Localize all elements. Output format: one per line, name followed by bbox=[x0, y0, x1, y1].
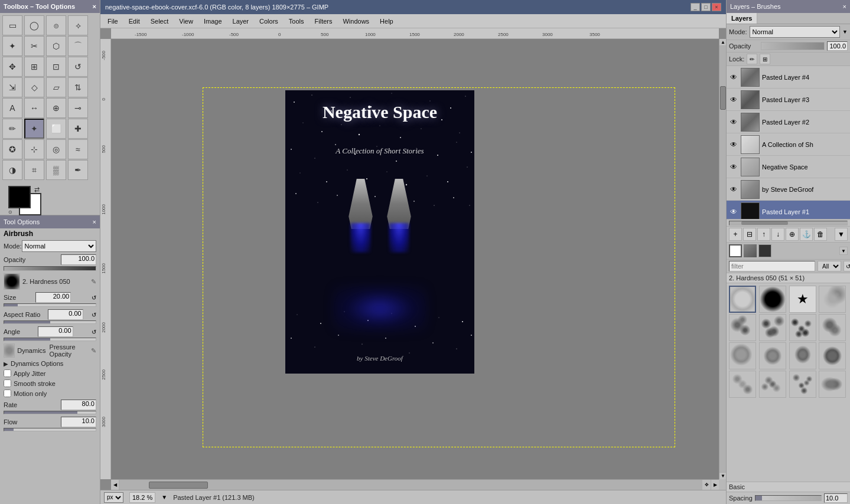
select-by-color-tool[interactable]: ✦ bbox=[2, 36, 22, 56]
layer-item[interactable]: 👁 Pasted Layer #3 bbox=[727, 89, 850, 111]
scrollbar-bottom-left[interactable]: ◀ bbox=[111, 480, 119, 490]
layers-brushes-close[interactable]: × bbox=[843, 3, 846, 10]
canvas-expand-icon[interactable]: ✥ bbox=[702, 480, 711, 490]
rate-slider[interactable] bbox=[4, 411, 96, 414]
close-button[interactable]: × bbox=[712, 3, 721, 11]
layers-mode-select[interactable]: Normal bbox=[750, 26, 841, 38]
layer-visibility-icon[interactable]: 👁 bbox=[729, 140, 738, 149]
airbrush-tool[interactable]: ✦ bbox=[24, 119, 44, 139]
scrollbar-right-thumb[interactable] bbox=[720, 86, 726, 110]
layer-visibility-icon[interactable]: 👁 bbox=[729, 185, 738, 194]
raise-layer-button[interactable]: ↑ bbox=[757, 228, 770, 241]
paths-tool[interactable]: ⌒ bbox=[68, 36, 88, 56]
flip-tool[interactable]: ⇅ bbox=[68, 77, 88, 97]
lock-pixels-icon[interactable]: ✏ bbox=[747, 54, 757, 64]
layer-visibility-icon[interactable]: 👁 bbox=[729, 162, 738, 172]
dynamics-options-row[interactable]: ▶ Dynamics Options bbox=[0, 359, 100, 368]
brush-cell[interactable] bbox=[789, 314, 816, 341]
layer-visibility-icon[interactable]: 👁 bbox=[729, 95, 738, 104]
brush-cell[interactable] bbox=[819, 286, 846, 313]
layers-scroll-bar[interactable] bbox=[727, 220, 850, 227]
brush-cell[interactable] bbox=[729, 371, 756, 398]
rect-select-tool[interactable]: ▭ bbox=[2, 15, 22, 35]
bucket-fill-tool[interactable]: ⌗ bbox=[24, 160, 44, 180]
opacity-value[interactable]: 100.0 bbox=[61, 254, 96, 265]
new-layer-button[interactable]: + bbox=[729, 228, 742, 241]
menu-filters[interactable]: Filters bbox=[310, 15, 337, 28]
layer-item[interactable]: 👁 Negative Space bbox=[727, 156, 850, 178]
brush-cell[interactable] bbox=[789, 342, 816, 369]
brush-cell[interactable] bbox=[759, 342, 786, 369]
menu-view[interactable]: View bbox=[174, 15, 198, 28]
smooth-stroke-checkbox[interactable] bbox=[4, 379, 11, 387]
layer-item-selected[interactable]: 👁 Pasted Layer #1 bbox=[727, 201, 850, 220]
brush-category-select[interactable]: All bbox=[818, 261, 841, 271]
brush-cell[interactable] bbox=[819, 342, 846, 369]
expand-status-icon[interactable]: ▼ bbox=[161, 494, 167, 500]
toolbox-close-btn[interactable]: × bbox=[93, 3, 96, 10]
spacing-value[interactable]: 10.0 bbox=[824, 493, 848, 503]
aspect-ratio-slider[interactable] bbox=[4, 320, 96, 324]
brush-cell[interactable] bbox=[759, 286, 786, 313]
rotate-tool[interactable]: ↺ bbox=[68, 57, 88, 77]
color-picker-tool[interactable]: ⊸ bbox=[68, 98, 88, 118]
minimize-button[interactable]: _ bbox=[691, 3, 700, 11]
ink-tool[interactable]: ✒ bbox=[68, 160, 88, 180]
ellipse-select-tool[interactable]: ◯ bbox=[24, 15, 44, 35]
brush-cell[interactable] bbox=[729, 314, 756, 341]
blend-tool[interactable]: ▒ bbox=[46, 160, 66, 180]
size-value[interactable]: 20.00 bbox=[35, 292, 71, 303]
opacity-value[interactable]: 100.0 bbox=[827, 41, 848, 51]
tab-layers[interactable]: Layers bbox=[727, 13, 757, 24]
canvas-viewport[interactable]: Negative Space A Collection of Short Sto… bbox=[111, 39, 719, 479]
rate-value[interactable]: 80.0 bbox=[61, 400, 96, 410]
menu-image[interactable]: Image bbox=[199, 15, 227, 28]
brush-mid-color[interactable] bbox=[744, 244, 757, 257]
mode-select[interactable]: Normal bbox=[22, 240, 96, 252]
zoom-tool[interactable]: ⊕ bbox=[46, 98, 66, 118]
scrollbar-right-down[interactable]: ▼ bbox=[719, 472, 726, 479]
brush-edit-icon[interactable]: ✎ bbox=[91, 278, 96, 286]
reset-colors-icon[interactable]: ⊙ bbox=[8, 210, 12, 215]
unit-select[interactable]: px bbox=[104, 492, 123, 503]
aspect-ratio-reset[interactable]: ↺ bbox=[92, 312, 96, 318]
scrollbar-right-up[interactable]: ▲ bbox=[719, 39, 726, 46]
scissors-tool[interactable]: ✂ bbox=[24, 36, 44, 56]
size-reset-icon[interactable]: ↺ bbox=[92, 294, 96, 301]
brush-cell[interactable] bbox=[789, 371, 816, 398]
dodge-burn-tool[interactable]: ◑ bbox=[2, 160, 22, 180]
brushes-config-icon[interactable]: ▼ bbox=[839, 247, 848, 255]
foreground-color-swatch[interactable] bbox=[8, 186, 31, 208]
brush-cell[interactable] bbox=[819, 371, 846, 398]
dynamics-swatch[interactable] bbox=[4, 343, 15, 358]
brush-filter-input[interactable] bbox=[729, 261, 815, 271]
layer-visibility-icon[interactable]: 👁 bbox=[729, 117, 738, 127]
free-select-tool[interactable]: ⌾ bbox=[46, 15, 66, 35]
angle-slider[interactable] bbox=[4, 338, 96, 341]
menu-colors[interactable]: Colors bbox=[255, 15, 283, 28]
opacity-slider[interactable] bbox=[761, 42, 825, 50]
opacity-slider[interactable] bbox=[4, 266, 96, 271]
layer-item[interactable]: 👁 Pasted Layer #2 bbox=[727, 111, 850, 133]
foreground-select-tool[interactable]: ⬡ bbox=[46, 36, 66, 56]
apply-jitter-checkbox[interactable] bbox=[4, 369, 11, 377]
brush-swatch[interactable] bbox=[4, 273, 20, 290]
perspective-clone-tool[interactable]: ⊹ bbox=[24, 139, 44, 159]
scrollbar-bottom-thumb[interactable] bbox=[149, 482, 208, 489]
scrollbar-bottom[interactable]: ◀ ▶ ✥ bbox=[111, 479, 719, 490]
duplicate-layer-button[interactable]: ⊕ bbox=[786, 228, 799, 241]
brush-fg-color[interactable] bbox=[729, 244, 742, 257]
layer-item[interactable]: 👁 A Collection of Sh bbox=[727, 133, 850, 156]
angle-reset[interactable]: ↺ bbox=[92, 329, 96, 335]
spacing-slider[interactable] bbox=[755, 495, 822, 501]
flow-slider[interactable] bbox=[4, 428, 96, 431]
menu-file[interactable]: File bbox=[103, 15, 123, 28]
tool-options-close[interactable]: × bbox=[93, 218, 96, 225]
shear-tool[interactable]: ◇ bbox=[24, 77, 44, 97]
eraser-tool[interactable]: ⬜ bbox=[46, 119, 66, 139]
smudge-tool[interactable]: ≈ bbox=[68, 139, 88, 159]
menu-edit[interactable]: Edit bbox=[124, 15, 145, 28]
brush-cell[interactable] bbox=[729, 342, 756, 369]
scale-tool[interactable]: ⇲ bbox=[2, 77, 22, 97]
new-from-visible-button[interactable]: ⊟ bbox=[743, 228, 756, 241]
